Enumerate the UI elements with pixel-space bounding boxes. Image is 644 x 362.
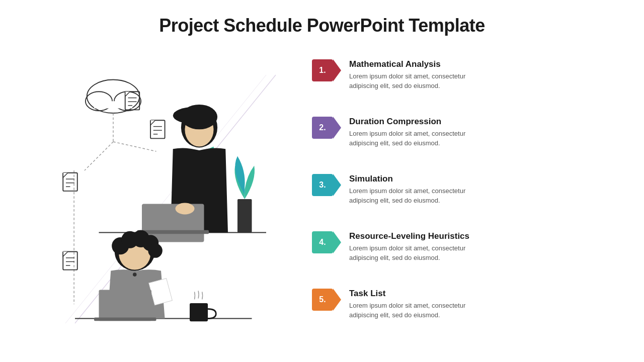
badge-wrapper-5: 5.	[312, 289, 341, 311]
badge-arrow-4	[333, 231, 341, 253]
item-desc-2: Lorem ipsum dolor sit amet, consectetura…	[349, 129, 614, 148]
item-desc-4: Lorem ipsum dolor sit amet, consectetura…	[349, 243, 614, 263]
item-title-3: Simulation	[349, 174, 614, 184]
item-text-3: Simulation Lorem ipsum dolor sit amet, c…	[349, 174, 614, 206]
svg-rect-49	[99, 290, 152, 321]
item-text-1: Mathematical Analysis Lorem ipsum dolor …	[349, 59, 614, 91]
slide-title: Project Schedule PowerPoint Template	[30, 15, 614, 36]
badge-number-4: 4.	[319, 238, 326, 247]
list-item-5: 5. Task List Lorem ipsum dolor sit amet,…	[312, 289, 614, 320]
item-title-2: Duration Compression	[349, 117, 614, 127]
item-desc-1: Lorem ipsum dolor sit amet, consectetura…	[349, 71, 614, 91]
badge-number-5: 5.	[319, 295, 326, 304]
svg-point-47	[133, 273, 137, 277]
list-item-3: 3. Simulation Lorem ipsum dolor sit amet…	[312, 174, 614, 206]
badge-number-1: 1.	[319, 66, 326, 75]
item-text-2: Duration Compression Lorem ipsum dolor s…	[349, 117, 614, 148]
item-text-5: Task List Lorem ipsum dolor sit amet, co…	[349, 289, 614, 320]
badge-wrapper-2: 2.	[312, 117, 341, 139]
item-title-1: Mathematical Analysis	[349, 59, 614, 69]
svg-rect-51	[190, 303, 208, 321]
list-item-2: 2. Duration Compression Lorem ipsum dolo…	[312, 117, 614, 148]
item-title-4: Resource-Leveling Heuristics	[349, 231, 614, 241]
badge-arrow-5	[333, 289, 341, 311]
item-text-4: Resource-Leveling Heuristics Lorem ipsum…	[349, 231, 614, 263]
content-area: 1. Mathematical Analysis Lorem ipsum dol…	[30, 46, 614, 333]
slide: Project Schedule PowerPoint Template	[0, 0, 644, 362]
badge-arrow-2	[333, 117, 341, 139]
svg-point-46	[148, 243, 163, 257]
item-title-5: Task List	[349, 289, 614, 299]
svg-point-34	[173, 107, 216, 124]
list-item-4: 4. Resource-Leveling Heuristics Lorem ip…	[312, 231, 614, 263]
svg-line-8	[113, 142, 156, 151]
list-panel: 1. Mathematical Analysis Lorem ipsum dol…	[292, 46, 614, 333]
svg-line-7	[85, 142, 113, 170]
svg-rect-5	[94, 101, 132, 108]
badge-number-2: 2.	[319, 123, 326, 132]
badge-rect-1: 1.	[312, 59, 333, 81]
item-desc-3: Lorem ipsum dolor sit amet, consectetura…	[349, 186, 614, 206]
badge-arrow-1	[333, 59, 341, 81]
svg-rect-38	[237, 199, 252, 233]
illustration	[30, 46, 292, 333]
badge-rect-3: 3.	[312, 174, 333, 196]
badge-rect-4: 4.	[312, 231, 333, 253]
svg-point-37	[176, 203, 195, 215]
badge-number-3: 3.	[319, 180, 326, 190]
badge-rect-2: 2.	[312, 117, 333, 139]
badge-wrapper-3: 3.	[312, 174, 341, 196]
item-desc-5: Lorem ipsum dolor sit amet, consectetura…	[349, 301, 614, 320]
list-item-1: 1. Mathematical Analysis Lorem ipsum dol…	[312, 59, 614, 91]
badge-wrapper-1: 1.	[312, 59, 341, 81]
badge-wrapper-4: 4.	[312, 231, 341, 253]
badge-rect-5: 5.	[312, 289, 333, 311]
svg-rect-50	[94, 318, 156, 321]
badge-arrow-3	[333, 174, 341, 196]
svg-rect-36	[137, 230, 209, 234]
